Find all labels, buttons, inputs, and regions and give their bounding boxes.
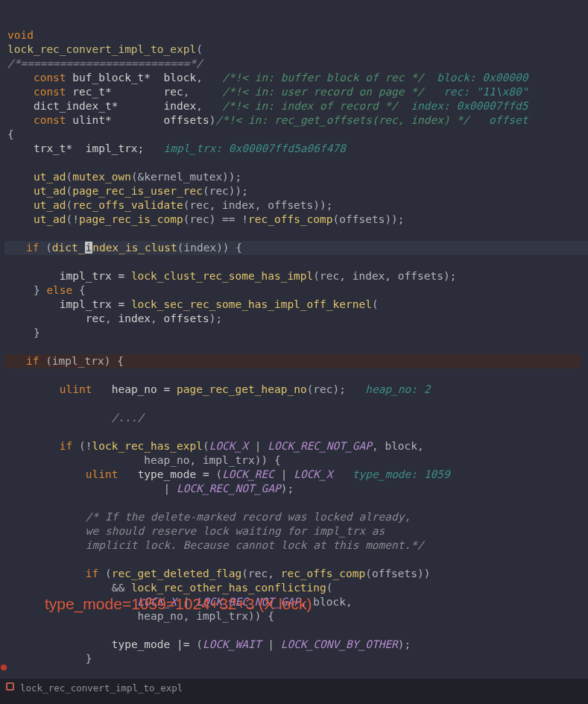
fold-marker: /.../ [60, 412, 145, 424]
inline-hint: heap_no: 2 [365, 383, 430, 395]
comma: , [183, 86, 190, 98]
assert: ut_ad [7, 213, 66, 225]
gutter [0, 0, 4, 679]
inline-hint: rec: "11\x80" [443, 86, 534, 98]
comment: we should reserve lock waiting for impl_… [7, 525, 385, 537]
comma: , [196, 100, 203, 112]
pad [151, 72, 163, 84]
paren: ); [281, 483, 294, 494]
param-comment: /*!< in: rec_get_offsets(rec, index) */ [215, 114, 469, 126]
inline-hint: offset [489, 114, 528, 126]
breakpoint-marker-icon[interactable] [1, 664, 7, 670]
overlay-annotation: type_mode=1059=1024+32+3 (X lock) [45, 597, 312, 611]
assert: ut_ad [7, 185, 66, 197]
text-cursor: i [85, 242, 93, 254]
kw: const [34, 86, 72, 98]
token-kw: void [7, 29, 34, 41]
type: ulint* [72, 114, 111, 126]
const: LOCK_REC_NOT_GAP [268, 440, 372, 452]
const: LOCK_X [294, 468, 332, 480]
const: LOCK_REC [222, 468, 274, 480]
paren: ( [196, 43, 203, 55]
param: rec [164, 86, 183, 98]
assert: ut_ad [7, 199, 66, 211]
comment: implicit lock. Because cannot lock at th… [7, 539, 424, 551]
comment: /* If the delete-marked record was locke… [7, 511, 411, 523]
type: buf_block_t* [72, 72, 151, 84]
param-comment: /*!< in: user record on page */ [222, 86, 424, 98]
pad [118, 100, 163, 112]
param-comment: /*!< in: buffer block of rec */ [222, 72, 424, 84]
param: offsets [164, 114, 209, 126]
op: | [248, 440, 268, 452]
paren: ); [398, 638, 411, 650]
function-name: lock_rec_convert_impl_to_expl [7, 43, 196, 55]
param: index [164, 100, 197, 112]
type: dict_index_t* [34, 100, 118, 112]
status-filename: lock_rec_convert_impl_to_expl [20, 681, 183, 695]
kw: const [34, 114, 72, 126]
param: block [164, 72, 197, 84]
inline-hint: type_mode: 1059 [353, 468, 450, 480]
const: LOCK_CONV_BY_OTHER [281, 638, 398, 650]
inline-hint: impl_trx: 0x00007ffd5a06f478 [164, 142, 346, 154]
status-bar: lock_rec_convert_impl_to_expl [0, 679, 588, 704]
type: rec_t* [72, 86, 111, 98]
args: , block, [372, 440, 424, 452]
inline-hint: block: 0x00000 [437, 72, 528, 84]
comment: /*==========================*/ [7, 57, 203, 69]
args: heap_no, impl_trx)) { [7, 454, 281, 466]
breakpoint-icon[interactable] [6, 682, 14, 691]
const: LOCK_WAIT [203, 638, 262, 650]
pad [112, 114, 164, 126]
cursor-line: if (dict_index_is_clust(index)) { [0, 241, 588, 255]
op: | [7, 483, 177, 494]
brace: } [7, 653, 92, 664]
var-decl: trx_t* impl_trx; [7, 142, 144, 154]
comma: , [196, 72, 203, 84]
inline-hint: index: 0x00007ffd5 [411, 100, 528, 112]
pad [112, 86, 164, 98]
assert: ut_ad [7, 171, 66, 183]
diff-stripe: if (impl_trx) { [0, 354, 581, 368]
param-comment: /*!< in: index of record */ [222, 100, 398, 112]
const: LOCK_REC_NOT_GAP [177, 483, 281, 494]
code-editor[interactable]: void lock_rec_convert_impl_to_expl( /*==… [0, 0, 588, 679]
brace: { [7, 128, 14, 140]
const: LOCK_X [209, 440, 248, 452]
kw: const [34, 72, 72, 84]
